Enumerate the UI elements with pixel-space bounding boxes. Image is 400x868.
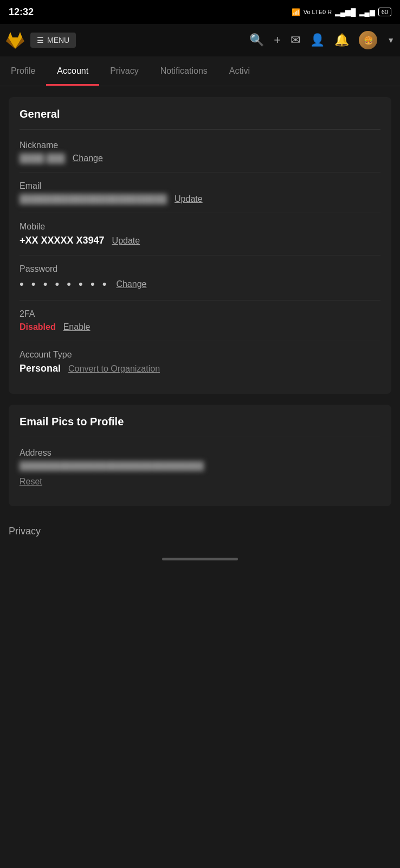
nickname-value-row: ████ ███ Change: [20, 154, 380, 163]
address-reset-button[interactable]: Reset: [20, 477, 42, 487]
nickname-value: ████ ███: [20, 154, 65, 163]
mobile-value-row: +XX XXXXX X3947 Update: [20, 235, 380, 246]
home-bar: [162, 558, 238, 560]
mobile-field: Mobile +XX XXXXX X3947 Update: [20, 213, 380, 256]
profile-icon[interactable]: 👤: [310, 33, 325, 47]
status-bar: 12:32 📶 Vo LTE0 R ▂▄▆█ ▂▄▆ 60: [0, 0, 400, 24]
tab-privacy[interactable]: Privacy: [99, 56, 149, 86]
menu-label: MENU: [47, 36, 69, 44]
nickname-label: Nickname: [20, 141, 380, 150]
account-type-field: Account Type Personal Convert to Organiz…: [20, 341, 380, 383]
main-content: General Nickname ████ ███ Change Email █…: [0, 97, 400, 566]
email-label: Email: [20, 181, 380, 191]
wifi-icon: 📶: [292, 8, 300, 16]
signal-icon2: ▂▄▆: [359, 8, 375, 16]
chevron-down-icon: ▼: [387, 36, 395, 44]
email-value: ████████████████████████: [20, 194, 167, 204]
avatar[interactable]: 🍔: [359, 31, 377, 49]
create-icon[interactable]: +: [274, 33, 281, 47]
twofa-label: 2FA: [20, 309, 380, 319]
twofa-value-row: Disabled Enable: [20, 322, 380, 332]
privacy-section-label: Privacy: [9, 517, 391, 541]
address-value: ████████████████████████████████: [20, 461, 380, 470]
email-update-button[interactable]: Update: [175, 194, 203, 204]
general-section-title: General: [20, 108, 380, 130]
email-field: Email ████████████████████████ Update: [20, 173, 380, 213]
general-section: General Nickname ████ ███ Change Email █…: [9, 97, 391, 394]
email-pics-title: Email Pics to Profile: [20, 416, 380, 437]
tab-notifications[interactable]: Notifications: [150, 56, 218, 86]
notification-bell-icon[interactable]: 🔔: [334, 33, 349, 47]
menu-button[interactable]: ☰ MENU: [30, 33, 76, 48]
convert-to-org-button[interactable]: Convert to Organization: [68, 364, 160, 374]
tab-activity[interactable]: Activi: [218, 56, 261, 86]
nickname-change-button[interactable]: Change: [73, 154, 103, 163]
password-label: Password: [20, 264, 380, 274]
twofa-enable-button[interactable]: Enable: [63, 322, 91, 332]
password-value-row: • • • • • • • • Change: [20, 277, 380, 291]
mobile-update-button[interactable]: Update: [112, 236, 140, 246]
mobile-label: Mobile: [20, 222, 380, 232]
status-time: 12:32: [9, 7, 34, 18]
password-field: Password • • • • • • • • Change: [20, 256, 380, 301]
signal-icon: ▂▄▆█: [335, 8, 356, 16]
avatar-image: 🍔: [364, 36, 373, 44]
address-label: Address: [20, 448, 380, 458]
battery-icon: 60: [378, 8, 391, 16]
email-value-row: ████████████████████████ Update: [20, 194, 380, 204]
account-type-value-row: Personal Convert to Organization: [20, 363, 380, 374]
address-field: Address ████████████████████████████████…: [20, 439, 380, 495]
status-icons: 📶 Vo LTE0 R ▂▄▆█ ▂▄▆ 60: [292, 8, 391, 16]
twofa-status: Disabled: [20, 322, 56, 332]
password-change-button[interactable]: Change: [116, 279, 146, 289]
account-type-value: Personal: [20, 363, 61, 374]
nav-icons: 🔍 + ✉ 👤 🔔 🍔 ▼: [249, 31, 395, 49]
tab-account[interactable]: Account: [46, 56, 99, 86]
hamburger-icon: ☰: [37, 36, 44, 44]
mail-icon[interactable]: ✉: [291, 33, 300, 47]
password-dots: • • • • • • • •: [20, 277, 108, 291]
home-indicator: [9, 552, 391, 566]
tab-profile[interactable]: Profile: [0, 56, 46, 86]
twofa-field: 2FA Disabled Enable: [20, 301, 380, 341]
account-type-label: Account Type: [20, 350, 380, 360]
mobile-value: +XX XXXXX X3947: [20, 235, 105, 246]
gitlab-logo: [5, 30, 25, 50]
email-pics-section: Email Pics to Profile Address ██████████…: [9, 405, 391, 506]
search-icon[interactable]: 🔍: [249, 33, 264, 47]
tabs-bar: Profile Account Privacy Notifications Ac…: [0, 56, 400, 86]
nickname-field: Nickname ████ ███ Change: [20, 132, 380, 173]
top-nav: ☰ MENU 🔍 + ✉ 👤 🔔 🍔 ▼: [0, 24, 400, 56]
carrier-text: Vo LTE0 R: [304, 9, 332, 15]
